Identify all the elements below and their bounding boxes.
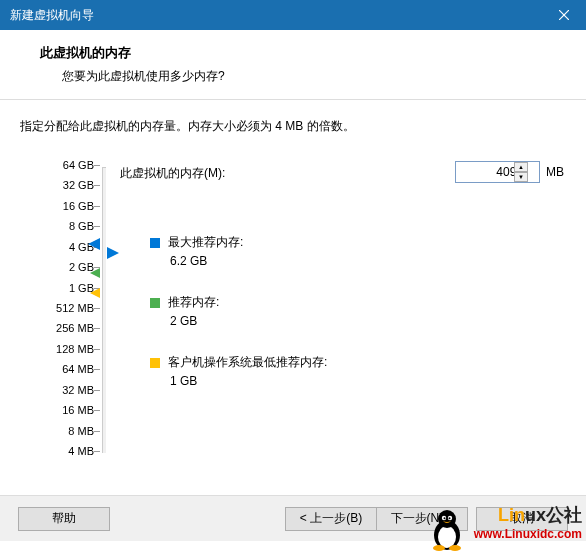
slider-track [102,167,106,453]
instruction-text: 指定分配给此虚拟机的内存量。内存大小必须为 4 MB 的倍数。 [20,118,566,135]
max-recommended-block: 最大推荐内存: 6.2 GB [150,233,243,271]
slider-tick [94,328,100,329]
slider-tick-label: 256 MB [34,322,94,334]
slider-tick-label: 1 GB [34,282,94,294]
slider-tick-label: 2 GB [34,261,94,273]
slider-tick-label: 64 GB [34,159,94,171]
slider-thumb-icon[interactable] [107,247,119,259]
help-button[interactable]: 帮助 [18,507,110,531]
slider-tick-label: 8 GB [34,220,94,232]
recommended-label: 推荐内存: [168,295,219,309]
slider-tick-label: 32 MB [34,384,94,396]
slider-tick-label: 8 MB [34,425,94,437]
min-recommended-block: 客户机操作系统最低推荐内存: 1 GB [150,353,327,391]
slider-tick [94,165,100,166]
slider-tick-label: 128 MB [34,343,94,355]
slider-tick-label: 4 MB [34,445,94,457]
spinner-up-icon[interactable]: ▲ [514,162,528,172]
recommended-block: 推荐内存: 2 GB [150,293,219,331]
square-green-icon [150,298,160,308]
slider-tick-label: 32 GB [34,179,94,191]
content-area: 指定分配给此虚拟机的内存量。内存大小必须为 4 MB 的倍数。 64 GB32 … [0,100,586,495]
slider-tick-label: 512 MB [34,302,94,314]
slider-tick-label: 64 MB [34,363,94,375]
wizard-footer: 帮助 < 上一步(B) 下一步(N) > 取消 [0,495,586,541]
page-title: 此虚拟机的内存 [40,44,566,62]
slider-tick [94,308,100,309]
titlebar: 新建虚拟机向导 [0,0,586,30]
slider-tick-label: 16 MB [34,404,94,416]
cancel-button[interactable]: 取消 [476,507,568,531]
slider-tick [94,226,100,227]
max-recommended-label: 最大推荐内存: [168,235,243,249]
memory-label: 此虚拟机的内存(M): [120,165,225,182]
marker-min-icon [90,288,100,298]
spinner-down-icon[interactable]: ▼ [514,172,528,182]
back-button[interactable]: < 上一步(B) [285,507,377,531]
min-recommended-value: 1 GB [150,372,327,391]
slider-tick [94,390,100,391]
max-recommended-value: 6.2 GB [150,252,243,271]
memory-unit: MB [546,165,564,179]
next-button[interactable]: 下一步(N) > [376,507,468,531]
memory-input-group: ▲ ▼ MB [455,161,564,183]
slider-tick-label: 4 GB [34,241,94,253]
slider-tick [94,431,100,432]
slider-tick [94,369,100,370]
wizard-header: 此虚拟机的内存 您要为此虚拟机使用多少内存? [0,30,586,100]
slider-tick [94,410,100,411]
slider-tick [94,185,100,186]
slider-tick [94,451,100,452]
min-recommended-label: 客户机操作系统最低推荐内存: [168,355,327,369]
window-title: 新建虚拟机向导 [10,7,94,24]
memory-spinner[interactable]: ▲ ▼ [514,162,528,182]
square-yellow-icon [150,358,160,368]
marker-recommended-icon [90,268,100,278]
recommended-value: 2 GB [150,312,219,331]
memory-slider[interactable]: 64 GB32 GB16 GB8 GB4 GB2 GB1 GB512 MB256… [20,165,120,465]
svg-point-9 [433,545,445,551]
square-blue-icon [150,238,160,248]
close-icon [559,10,569,20]
slider-tick [94,206,100,207]
slider-tick-label: 16 GB [34,200,94,212]
svg-point-10 [449,545,461,551]
slider-tick [94,349,100,350]
page-subtitle: 您要为此虚拟机使用多少内存? [40,68,566,85]
close-button[interactable] [541,0,586,30]
marker-max-icon [88,238,100,250]
